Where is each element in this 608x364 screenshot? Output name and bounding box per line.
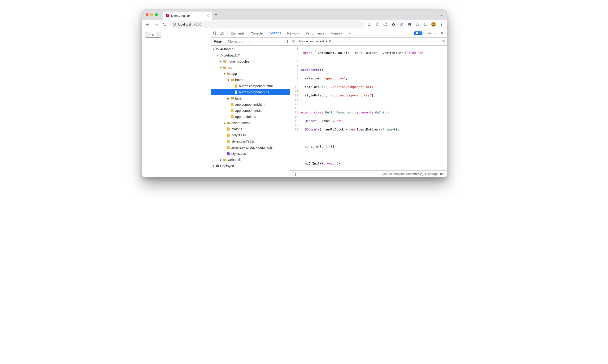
file-icon [231,103,234,106]
coverage-label: Coverage: n/a [425,172,444,176]
file-icon [234,90,238,94]
tree-button-html[interactable]: button.component.html [211,83,290,89]
extension-bug-icon[interactable] [390,21,397,28]
tree-webpack-root[interactable]: ▼ webpack:// [211,52,290,58]
counter-value-input[interactable] [151,32,156,37]
tree-app-module[interactable]: app.module.ts [211,114,290,120]
tree-node-modules[interactable]: ▶ node_modules [211,58,290,65]
issues-badge[interactable]: 1 [414,31,422,35]
svg-point-15 [428,33,429,34]
window-close-button[interactable] [146,13,148,16]
box-icon [215,164,219,168]
counter-increment-button[interactable]: + [145,32,151,37]
folder-icon [227,121,231,125]
folder-icon [223,60,227,63]
svg-rect-14 [222,33,223,35]
info-icon [173,23,176,26]
tree-main-ts[interactable]: main.ts [211,126,290,132]
window-minimize-button[interactable] [150,13,153,16]
toggle-navigator-icon[interactable] [292,40,296,43]
devtools-tab-console[interactable]: Console [249,29,265,37]
pretty-print-icon[interactable]: { } [293,172,296,176]
toggle-debugger-icon[interactable] [441,40,445,43]
bookmark-star-icon[interactable] [374,21,381,28]
tree-styles-q[interactable]: styles.css?231c [211,138,290,144]
line-gutter: 1234567891011121314151617181920 [290,46,300,170]
url-port: :4200 [193,23,201,26]
tabs-overflow-icon[interactable]: ⌄ [440,13,443,17]
svg-point-2 [385,24,385,24]
devtools-tab-sources[interactable]: Sources [267,29,283,37]
source-map-link[interactable]: main.js [413,172,422,176]
tree-polyfills[interactable]: polyfills.ts [211,132,290,138]
device-toolbar-icon[interactable] [220,31,224,36]
editor-tab-close-icon[interactable]: ✕ [329,39,331,43]
code-editor[interactable]: 1234567891011121314151617181920 import {… [290,46,447,170]
browser-menu-icon[interactable] [438,21,445,28]
inspect-element-icon[interactable] [213,31,217,36]
devtools-tabs-overflow[interactable]: » [347,29,352,37]
svg-point-11 [441,25,442,26]
sources-sidebar-tabs: Page Filesystem » [211,38,290,46]
window-maximize-button[interactable] [155,13,158,16]
share-icon[interactable] [366,21,373,28]
editor-tab-active[interactable]: button.component.ts ✕ [298,38,333,45]
extension-face-icon[interactable] [382,21,389,28]
code-content: import { Component, OnInit, Input, Outpu… [300,46,447,170]
file-icon [234,84,238,88]
tree-webpack-folder[interactable]: ▶ webpack [211,157,290,163]
svg-point-1 [384,23,387,26]
file-purple-icon [227,152,231,156]
side-panel-icon[interactable] [422,21,429,28]
tree-authored[interactable]: ▼ Authored [211,46,290,52]
extension-flask-icon[interactable] [414,21,421,28]
titlebar: DemoAngular ✕ + ⌄ [142,10,447,20]
new-tab-button[interactable]: + [215,12,218,17]
tree-environments[interactable]: ▶ environments [211,120,290,126]
devtools-tab-elements[interactable]: Elements [229,29,246,37]
extension-compass-icon[interactable] [398,21,405,28]
tree-button-folder[interactable]: ▼ button [211,77,290,83]
devtools: Elements Console Sources Network Perform… [211,29,447,177]
file-icon [227,140,231,143]
file-icon [231,115,234,119]
tree-app-ts[interactable]: app.component.ts [211,107,290,114]
back-button[interactable] [144,21,151,28]
svg-rect-6 [424,23,427,26]
devtools-close-icon[interactable]: ✕ [440,31,445,36]
tree-zone[interactable]: zone-async-stack-tagging.ts [211,144,290,151]
tree-app[interactable]: ▼ app [211,71,290,77]
devtools-tab-network[interactable]: Network [285,29,301,37]
page-content: + - [142,29,211,177]
tree-deployed[interactable]: ▼ Deployed [211,163,290,169]
svg-point-16 [435,32,435,32]
address-bar: localhost:4200 [142,20,447,29]
tree-styles[interactable]: styles.css [211,151,290,157]
tree-src[interactable]: ▼ src [211,65,290,71]
extensions-puzzle-icon[interactable] [406,21,413,28]
omnibox[interactable]: localhost:4200 [170,21,364,28]
sidebar-tabs-overflow[interactable]: » [247,38,253,45]
tree-app-html[interactable]: app.component.html [211,101,290,107]
url-host: localhost [178,23,191,26]
editor-panel: button.component.ts ✕ 123456789101112131… [290,38,447,177]
svg-point-3 [386,24,386,24]
devtools-menu-icon[interactable] [433,31,437,35]
devtools-tab-memory[interactable]: Memory [329,29,345,37]
reload-button[interactable] [161,21,168,28]
tree-label-folder[interactable]: ▶ label [211,95,290,101]
browser-tab[interactable]: DemoAngular ✕ [163,12,212,20]
sidebar-tab-filesystem[interactable]: Filesystem [226,38,245,45]
svg-point-19 [287,40,288,41]
devtools-settings-icon[interactable] [427,31,431,36]
tab-close-icon[interactable]: ✕ [206,13,209,18]
sources-sidebar: Page Filesystem » ▼ Authored ▼ [211,38,290,177]
tree-button-ts[interactable]: button.component.ts [211,89,290,95]
sidebar-tab-page[interactable]: Page [212,38,224,45]
forward-button[interactable] [153,21,160,28]
counter-decrement-button[interactable]: - [156,32,161,37]
sidebar-menu-icon[interactable] [286,40,289,43]
profile-avatar[interactable] [430,21,437,28]
devtools-tab-performance[interactable]: Performance [304,29,326,37]
folder-icon [231,78,234,82]
